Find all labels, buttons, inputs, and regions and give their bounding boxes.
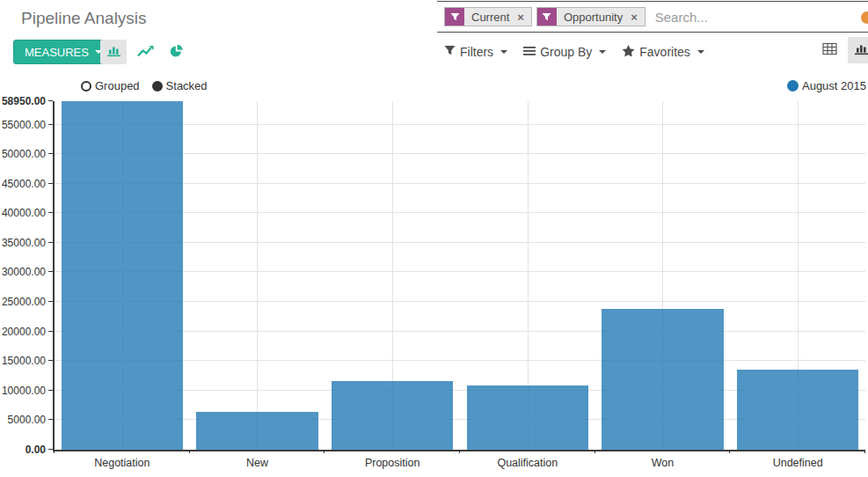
radio-selected-icon — [152, 81, 163, 92]
favorites-dropdown[interactable]: Favorites — [622, 45, 704, 60]
chevron-down-icon — [697, 50, 704, 54]
x-axis-tick — [459, 450, 460, 453]
y-axis-tick — [48, 419, 53, 420]
y-axis-tick — [48, 301, 53, 302]
legend-dot-icon — [787, 80, 799, 92]
measures-button[interactable]: MEASURES — [13, 40, 113, 64]
filters-label: Filters — [460, 45, 493, 59]
pie-chart-button[interactable] — [164, 40, 190, 64]
graph-view-button[interactable] — [848, 37, 868, 63]
y-axis-label: 20000.00 — [2, 326, 46, 338]
group-by-dropdown[interactable]: Group By — [523, 45, 606, 59]
grouped-label: Grouped — [95, 79, 140, 92]
search-input[interactable]: Search... — [655, 10, 708, 25]
favorites-label: Favorites — [639, 45, 690, 59]
filter-icon — [444, 45, 456, 59]
remove-facet-icon[interactable]: × — [629, 8, 645, 26]
chart-mode-controls: Grouped Stacked — [81, 79, 208, 92]
page-title: Pipeline Analysis — [21, 9, 147, 28]
x-axis-tick — [864, 450, 865, 453]
x-axis-tick — [54, 450, 55, 453]
chart-type-switcher — [100, 40, 190, 64]
category-band: Qualification — [460, 101, 595, 450]
line-chart-button[interactable] — [132, 40, 158, 64]
y-axis-tick — [48, 271, 53, 272]
grouped-radio[interactable]: Grouped — [81, 79, 140, 92]
y-axis-label: 55000.00 — [2, 119, 46, 131]
legend-august-2015[interactable]: August 2015 — [787, 79, 866, 92]
search-bar[interactable]: Current × Opportunity × Search... — [437, 1, 868, 33]
notification-icon — [861, 11, 868, 24]
measures-label: MEASURES — [25, 46, 89, 59]
x-axis-tick — [324, 450, 325, 453]
x-axis-tick — [189, 450, 190, 453]
y-axis-tick — [48, 212, 53, 213]
pivot-view-button[interactable] — [816, 37, 842, 63]
y-axis-tick — [48, 331, 53, 332]
chevron-down-icon — [599, 50, 606, 54]
graph-view-icon — [854, 42, 868, 58]
stacked-radio[interactable]: Stacked — [152, 79, 208, 92]
y-axis-label: 10000.00 — [2, 385, 46, 397]
filter-icon — [537, 8, 557, 26]
x-axis-label: Proposition — [325, 457, 460, 469]
x-axis-label: Negotiation — [55, 457, 190, 469]
y-axis-label: 58950.00 — [2, 95, 46, 107]
y-axis-tick — [48, 153, 53, 154]
bar-undefined[interactable] — [737, 370, 858, 450]
y-axis-tick — [48, 183, 53, 184]
bar-chart-icon — [106, 44, 121, 60]
y-axis-label: 40000.00 — [2, 207, 46, 219]
y-axis-label: 35000.00 — [2, 237, 46, 249]
pivot-table-icon — [822, 42, 837, 58]
category-band: Proposition — [325, 101, 460, 450]
legend-label: August 2015 — [802, 79, 866, 92]
x-axis-label: Undefined — [730, 457, 865, 469]
group-by-icon — [523, 45, 536, 59]
facet-label: Current — [464, 8, 515, 26]
bar-chart: Grouped Stacked August 2015 0.005000.001… — [0, 72, 868, 477]
y-axis-tick — [48, 124, 53, 125]
x-axis-label: Won — [595, 457, 731, 469]
control-panel-header: Pipeline Analysis Current × Opportunity … — [0, 0, 868, 35]
search-facet-opportunity: Opportunity × — [536, 7, 646, 26]
x-axis-tick — [594, 450, 595, 453]
search-facet-current: Current × — [444, 7, 532, 26]
bar-qualification[interactable] — [467, 385, 588, 450]
star-icon — [622, 45, 635, 60]
y-axis-label: 30000.00 — [2, 266, 46, 278]
y-axis-label: 15000.00 — [2, 355, 46, 367]
chevron-down-icon — [500, 50, 507, 54]
gridline — [257, 101, 258, 450]
pipeline-analysis-view: Pipeline Analysis Current × Opportunity … — [0, 0, 868, 477]
bar-won[interactable] — [602, 309, 723, 450]
category-band: Won — [595, 101, 731, 450]
toolbar: MEASURES — [0, 35, 868, 72]
bar-negotiation[interactable] — [62, 101, 183, 450]
y-axis-tick — [48, 100, 53, 101]
y-axis-label: 5000.00 — [8, 414, 46, 426]
y-axis-label: 50000.00 — [2, 148, 46, 160]
y-axis-label: 45000.00 — [2, 178, 46, 190]
y-axis-tick — [48, 360, 53, 361]
x-axis-label: New — [190, 457, 325, 469]
bar-new[interactable] — [196, 412, 317, 450]
stacked-label: Stacked — [166, 79, 208, 92]
remove-facet-icon[interactable]: × — [515, 8, 531, 26]
view-switcher — [816, 37, 868, 63]
line-chart-icon — [137, 45, 154, 60]
filters-dropdown[interactable]: Filters — [444, 45, 507, 59]
pie-chart-icon — [170, 44, 184, 61]
category-band: Negotiation — [55, 101, 190, 450]
y-axis-tick — [48, 449, 53, 450]
filter-icon — [445, 8, 464, 26]
y-axis-label: 0.00 — [26, 444, 46, 456]
y-axis-tick — [48, 242, 53, 243]
bar-chart-button[interactable] — [100, 40, 127, 64]
group-by-label: Group By — [540, 45, 592, 59]
radio-unselected-icon — [81, 81, 91, 92]
y-axis-tick — [48, 390, 53, 391]
category-band: Undefined — [730, 101, 865, 450]
x-axis-label: Qualification — [460, 457, 595, 469]
bar-proposition[interactable] — [332, 381, 453, 450]
